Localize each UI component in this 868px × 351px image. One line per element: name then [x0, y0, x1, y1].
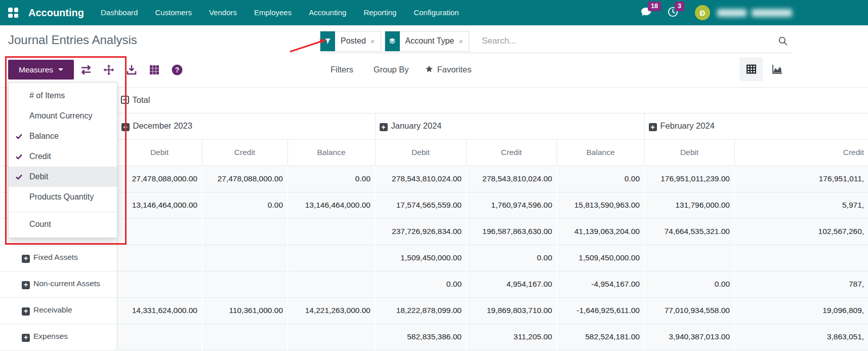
- expand-icon[interactable]: [649, 123, 657, 131]
- expand-icon[interactable]: [22, 334, 30, 342]
- flip-axis-icon[interactable]: [80, 64, 92, 76]
- nav-item-customers[interactable]: Customers: [146, 0, 200, 25]
- nav-item-employees[interactable]: Employees: [245, 0, 300, 25]
- search-facet-account-type[interactable]: Account Type×: [385, 31, 469, 52]
- expand-icon[interactable]: [380, 123, 388, 131]
- pivot-col-group-january-2024[interactable]: January 2024: [375, 113, 644, 139]
- pivot-cell[interactable]: [117, 271, 202, 297]
- pivot-total-column-header[interactable]: Total: [117, 88, 868, 113]
- pivot-cell[interactable]: 110,361,000.00: [202, 297, 287, 324]
- collapse-icon[interactable]: [121, 96, 129, 104]
- pivot-cell[interactable]: 0.00: [202, 192, 287, 218]
- pivot-row-header-non-current-assets[interactable]: Non-current Assets: [0, 271, 117, 297]
- pivot-measure-header-credit[interactable]: Credit: [466, 139, 557, 166]
- remove-facet-icon[interactable]: ×: [459, 31, 469, 51]
- pivot-cell[interactable]: [287, 324, 375, 350]
- measure-option-count[interactable]: Count: [9, 214, 117, 235]
- pivot-cell[interactable]: 0.00: [287, 166, 375, 192]
- pivot-cell[interactable]: 41,139,063,204.00: [557, 218, 644, 245]
- pivot-cell[interactable]: [287, 271, 375, 297]
- pivot-row-header-receivable[interactable]: Receivable: [0, 297, 117, 324]
- pivot-cell[interactable]: -4,954,167.00: [557, 271, 644, 297]
- pivot-cell[interactable]: 4,954,167.00: [466, 271, 557, 297]
- pivot-col-group-february-2024[interactable]: February 2024: [644, 113, 868, 139]
- pivot-cell[interactable]: 74,664,535,321.00: [644, 218, 734, 245]
- insert-spreadsheet-icon[interactable]: [148, 64, 160, 76]
- messages-button[interactable]: 18: [640, 6, 652, 20]
- pivot-measure-header-balance[interactable]: Balance: [557, 139, 644, 166]
- pivot-cell[interactable]: 19,869,803,710.00: [466, 297, 557, 324]
- pivot-cell[interactable]: [117, 218, 202, 245]
- nav-item-accounting[interactable]: Accounting: [300, 0, 355, 25]
- pivot-cell[interactable]: 27,478,088,000.00: [202, 166, 287, 192]
- pivot-cell[interactable]: 0.00: [644, 271, 734, 297]
- expand-icon[interactable]: [22, 281, 30, 289]
- pivot-measure-header-debit[interactable]: Debit: [644, 139, 734, 166]
- pivot-cell[interactable]: 27,478,088,000.00: [117, 166, 202, 192]
- pivot-cell[interactable]: 0.00: [557, 166, 644, 192]
- pivot-cell[interactable]: 1,760,974,596.00: [466, 192, 557, 218]
- pivot-cell[interactable]: 787,: [734, 271, 868, 297]
- filters-button[interactable]: Filters: [326, 65, 353, 74]
- pivot-cell[interactable]: 13,146,464,000.00: [287, 192, 375, 218]
- search-icon[interactable]: [778, 36, 788, 46]
- pivot-cell[interactable]: [117, 324, 202, 350]
- pivot-measure-header-credit[interactable]: Credit: [202, 139, 287, 166]
- pivot-view-button[interactable]: [739, 57, 763, 81]
- pivot-cell[interactable]: 14,221,263,000.00: [287, 297, 375, 324]
- measure-option-amount-currency[interactable]: Amount Currency: [9, 106, 117, 126]
- measure-option-products-quantity[interactable]: Products Quantity: [9, 187, 117, 207]
- pivot-cell[interactable]: 176,951,011,239.00: [644, 166, 734, 192]
- pivot-cell[interactable]: [202, 324, 287, 350]
- nav-item-dashboard[interactable]: Dashboard: [92, 0, 146, 25]
- measure-option-of-items[interactable]: # of Items: [9, 86, 117, 106]
- pivot-cell[interactable]: [287, 245, 375, 271]
- search-input[interactable]: Search...: [482, 36, 778, 46]
- pivot-cell[interactable]: 15,813,590,963.00: [557, 192, 644, 218]
- pivot-measure-header-credit[interactable]: Credit: [734, 139, 868, 166]
- pivot-cell[interactable]: -1,646,925,611.00: [557, 297, 644, 324]
- pivot-cell[interactable]: 0.00: [375, 271, 466, 297]
- download-icon[interactable]: [126, 64, 138, 76]
- pivot-cell[interactable]: 14,331,624,000.00: [117, 297, 202, 324]
- pivot-cell[interactable]: 582,524,181.00: [557, 324, 644, 350]
- pivot-cell[interactable]: 3,940,387,013.00: [644, 324, 734, 350]
- measures-button[interactable]: Measures: [8, 60, 74, 80]
- apps-menu-icon[interactable]: [8, 8, 18, 18]
- pivot-cell[interactable]: 3,863,051,: [734, 324, 868, 350]
- avatar[interactable]: Đ: [695, 5, 710, 20]
- pivot-cell[interactable]: 0.00: [466, 245, 557, 271]
- pivot-col-group-december-2023[interactable]: December 2023: [117, 113, 375, 139]
- pivot-row-header-fixed-assets[interactable]: Fixed Assets: [0, 245, 117, 271]
- pivot-cell[interactable]: 13,146,464,000.00: [117, 192, 202, 218]
- pivot-cell[interactable]: [644, 245, 734, 271]
- pivot-measure-header-debit[interactable]: Debit: [375, 139, 466, 166]
- expand-icon[interactable]: [22, 255, 30, 263]
- user-menu[interactable]: Đ: [695, 5, 792, 20]
- pivot-row-header-expenses[interactable]: Expenses: [0, 324, 117, 350]
- nav-item-reporting[interactable]: Reporting: [355, 0, 405, 25]
- pivot-cell[interactable]: [202, 218, 287, 245]
- pivot-cell[interactable]: 278,543,810,024.00: [466, 166, 557, 192]
- app-name[interactable]: Accounting: [28, 7, 84, 19]
- pivot-cell[interactable]: 131,796,000.00: [644, 192, 734, 218]
- measure-option-debit[interactable]: Debit: [9, 167, 117, 187]
- search-facet-posted[interactable]: Posted×: [320, 31, 381, 52]
- pivot-cell[interactable]: [734, 245, 868, 271]
- pivot-cell[interactable]: [202, 271, 287, 297]
- pivot-measure-header-debit[interactable]: Debit: [117, 139, 202, 166]
- activities-button[interactable]: 3: [667, 6, 679, 20]
- expand-all-icon[interactable]: [103, 64, 115, 76]
- pivot-cell[interactable]: [287, 218, 375, 245]
- pivot-cell[interactable]: 196,587,863,630.00: [466, 218, 557, 245]
- pivot-measure-header-balance[interactable]: Balance: [287, 139, 375, 166]
- nav-item-vendors[interactable]: Vendors: [200, 0, 245, 25]
- group-by-button[interactable]: Group By: [369, 65, 409, 74]
- pivot-cell[interactable]: 1,509,450,000.00: [375, 245, 466, 271]
- pivot-cell[interactable]: 17,574,565,559.00: [375, 192, 466, 218]
- favorites-button[interactable]: Favorites: [425, 65, 472, 75]
- pivot-cell[interactable]: 102,567,260,: [734, 218, 868, 245]
- pivot-cell[interactable]: 582,835,386.00: [375, 324, 466, 350]
- help-icon[interactable]: ?: [171, 64, 183, 76]
- pivot-cell[interactable]: 237,726,926,834.00: [375, 218, 466, 245]
